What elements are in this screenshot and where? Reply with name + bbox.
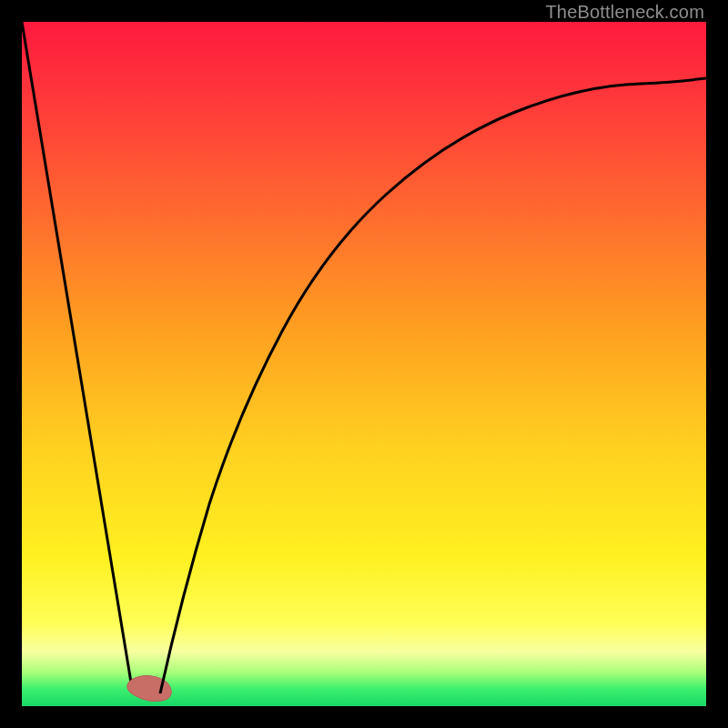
watermark-text: TheBottleneck.com — [545, 2, 704, 23]
left-line — [22, 22, 133, 693]
bottom-blob — [127, 675, 172, 701]
chart-frame: TheBottleneck.com — [0, 0, 728, 728]
plot-area — [22, 22, 706, 706]
right-curve — [160, 78, 706, 693]
curve-layer — [22, 22, 706, 706]
